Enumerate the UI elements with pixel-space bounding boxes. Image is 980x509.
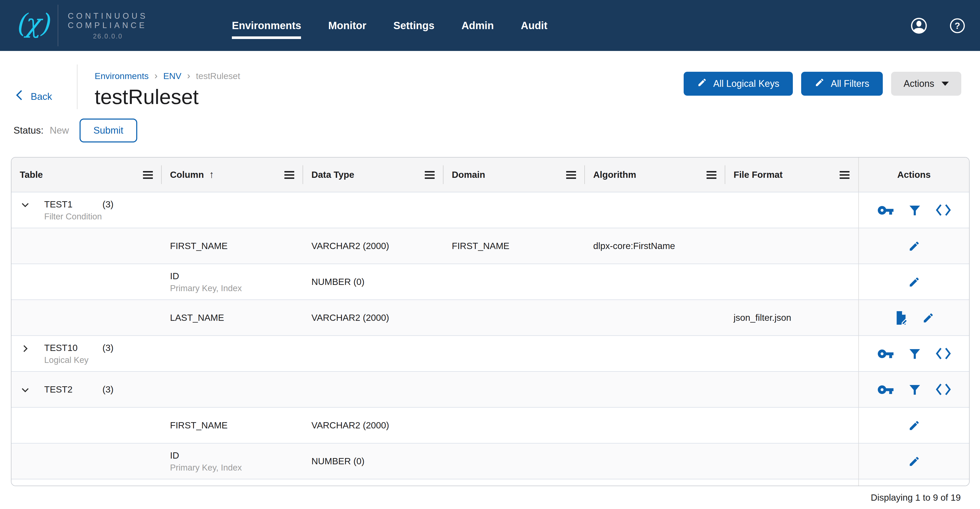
column-menu-icon[interactable] — [142, 170, 153, 179]
table-column-count: (3) — [102, 199, 114, 209]
column-menu-icon[interactable] — [706, 170, 717, 179]
sort-asc-icon[interactable]: ↑ — [209, 169, 214, 180]
filter-icon[interactable] — [907, 347, 921, 361]
key-icon[interactable] — [877, 381, 894, 398]
filter-icon[interactable] — [907, 203, 921, 217]
chevron-down-icon[interactable] — [20, 200, 30, 210]
all-filters-button[interactable]: All Filters — [801, 72, 883, 95]
cell-algorithm — [585, 444, 725, 479]
cell-actions — [858, 264, 969, 299]
all-logical-keys-label: All Logical Keys — [713, 78, 780, 89]
brand-divider — [58, 5, 59, 46]
toolbar: All Logical Keys All Filters Actions — [684, 72, 961, 95]
column-name: ID — [170, 450, 242, 461]
help-icon[interactable]: ? — [949, 17, 966, 33]
filter-icon[interactable] — [907, 382, 921, 396]
table-group-text: TEST1(3)Filter Condition — [44, 198, 114, 222]
pagination-status: Displaying 1 to 9 of 19 — [0, 486, 980, 503]
edit-icon[interactable] — [908, 455, 920, 467]
cell-data-type: VARCHAR2 (2000) — [303, 228, 444, 264]
code-icon[interactable] — [935, 347, 951, 360]
table-name: TEST2(3) — [44, 383, 114, 395]
column-header-column[interactable]: Column↑ — [162, 157, 303, 192]
file-edit-icon[interactable] — [894, 310, 909, 325]
table-name-label: TEST1 — [44, 198, 102, 210]
column-cell-text: FIRST_NAME — [170, 419, 228, 431]
column-header-data-type[interactable]: Data Type — [303, 157, 444, 192]
breadcrumb-env[interactable]: ENV — [163, 71, 181, 81]
cell-data-type: VARCHAR2 (2000) — [303, 407, 444, 443]
column-header-domain[interactable]: Domain — [444, 157, 585, 192]
edit-icon[interactable] — [908, 419, 920, 431]
code-icon[interactable] — [935, 383, 951, 396]
code-icon[interactable] — [935, 203, 951, 217]
cell-file-format — [725, 264, 858, 299]
breadcrumb-separator: › — [187, 71, 190, 82]
table-name-label: TEST10 — [44, 342, 102, 354]
column-header-label: Actions — [897, 169, 931, 180]
submit-button[interactable]: Submit — [79, 119, 137, 142]
status-label: Status: — [14, 125, 43, 136]
chevron-down-icon[interactable] — [20, 385, 30, 395]
key-icon[interactable] — [877, 345, 894, 362]
page-head: Back Environments›ENV›testRuleset testRu… — [0, 51, 980, 119]
product-name-line1: CONTINUOUS — [68, 11, 148, 21]
edit-icon[interactable] — [922, 312, 934, 324]
table-name: TEST10(3) — [44, 342, 114, 354]
cell-actions — [858, 407, 969, 443]
column-name: FIRST_NAME — [170, 240, 228, 252]
cell-algorithm — [585, 407, 725, 443]
edit-icon[interactable] — [908, 240, 920, 252]
column-header-actions[interactable]: Actions — [858, 157, 969, 192]
cell-file-format — [725, 407, 858, 443]
all-logical-keys-button[interactable]: All Logical Keys — [684, 72, 793, 95]
nav-item-admin[interactable]: Admin — [461, 19, 494, 32]
edit-icon — [697, 78, 707, 90]
delphix-logo-icon: (χ) — [16, 10, 49, 41]
cell-data-type: VARCHAR2 (2000) — [303, 300, 444, 336]
cell-table — [11, 407, 162, 443]
column-header-table[interactable]: Table — [11, 157, 162, 192]
key-icon[interactable] — [877, 202, 894, 219]
top-bar: (χ) CONTINUOUS COMPLIANCE 26.0.0.0 Envir… — [0, 0, 980, 51]
cell-file-format — [725, 336, 858, 371]
cell-table — [11, 264, 162, 299]
column-menu-icon[interactable] — [839, 170, 850, 179]
cell-domain — [444, 192, 585, 228]
table-row: TEST1(3)Filter Condition — [11, 192, 969, 228]
table-row: FIRST_NAMEVARCHAR2 (2000) — [11, 407, 969, 443]
user-icon[interactable] — [910, 17, 928, 34]
head-divider — [77, 64, 78, 109]
column-name: LAST_NAME — [170, 312, 224, 324]
status-row: Status: New Submit — [14, 119, 980, 142]
nav-item-audit[interactable]: Audit — [521, 19, 547, 32]
cell-data-type: NUMBER (0) — [303, 444, 444, 479]
edit-icon[interactable] — [908, 276, 920, 288]
cell-domain — [444, 407, 585, 443]
svg-text:?: ? — [955, 20, 960, 30]
table-group-text: TEST2(3) — [44, 383, 114, 395]
back-button[interactable]: Back — [14, 89, 52, 103]
actions-dropdown-button[interactable]: Actions — [891, 72, 961, 95]
column-menu-icon[interactable] — [424, 170, 435, 179]
nav-item-environments[interactable]: Environments — [232, 19, 301, 32]
nav-item-monitor[interactable]: Monitor — [328, 19, 366, 32]
cell-column — [162, 479, 303, 485]
cell-actions — [858, 336, 969, 371]
column-header-file-format[interactable]: File Format — [725, 157, 858, 192]
column-menu-icon[interactable] — [284, 170, 295, 179]
column-cell-text: IDPrimary Key, Index — [170, 450, 242, 473]
cell-data-type — [303, 479, 444, 485]
cell-domain — [444, 444, 585, 479]
breadcrumb-environments[interactable]: Environments — [95, 71, 149, 81]
main-nav: EnvironmentsMonitorSettingsAdminAudit — [232, 0, 547, 51]
chevron-right-icon[interactable] — [20, 344, 30, 353]
cell-algorithm — [585, 192, 725, 228]
cell-file-format — [725, 479, 858, 485]
table-sublabel: Logical Key — [44, 354, 114, 365]
column-menu-icon[interactable] — [566, 170, 577, 179]
product-name-line2: COMPLIANCE — [68, 21, 148, 30]
nav-item-settings[interactable]: Settings — [393, 19, 434, 32]
table-header: TableColumn↑Data TypeDomainAlgorithmFile… — [11, 157, 969, 192]
column-header-algorithm[interactable]: Algorithm — [585, 157, 725, 192]
